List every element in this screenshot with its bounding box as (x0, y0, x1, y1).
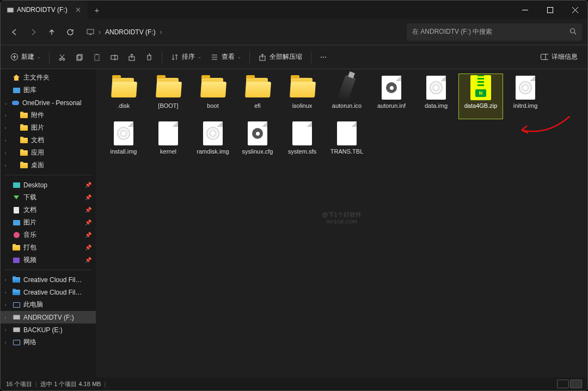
new-tab-button[interactable]: + (88, 1, 106, 19)
file-item[interactable]: autorun.inf (369, 74, 414, 119)
details-button[interactable]: 详细信息 (536, 50, 582, 65)
file-item[interactable]: system.sfs (280, 119, 324, 165)
file-item[interactable]: .disk (101, 74, 146, 119)
minimize-button[interactable] (512, 1, 537, 19)
cut-button[interactable] (54, 50, 70, 65)
sidebar-item[interactable]: 下载📌 (1, 191, 96, 204)
file-icon (155, 75, 182, 100)
maximize-button[interactable] (537, 1, 562, 19)
file-item[interactable]: [BOOT] (146, 74, 191, 119)
cloud-icon (11, 100, 19, 106)
chevron-right-icon[interactable]: › (3, 150, 8, 156)
file-item[interactable]: ramdisk.img (191, 119, 235, 165)
sidebar-item[interactable]: 音乐📌 (1, 229, 96, 241)
forward-button[interactable] (24, 23, 42, 41)
sort-button[interactable]: 排序 ⌵ (167, 50, 205, 65)
file-item[interactable]: autorun.ico (324, 74, 369, 119)
file-item[interactable]: syslinux.cfg (235, 119, 280, 165)
file-label: isolinux (291, 102, 314, 109)
breadcrumb-segment[interactable]: ANDROIDTV (F:) (105, 28, 156, 36)
extract-label: 全部解压缩 (270, 52, 302, 62)
address-bar[interactable]: › ANDROIDTV (F:) › (82, 23, 403, 41)
sidebar-item[interactable]: ›图片 (1, 121, 96, 134)
chevron-right-icon[interactable]: › (3, 315, 8, 320)
chevron-right-icon[interactable]: › (3, 163, 8, 168)
chevron-right-icon[interactable]: › (3, 125, 8, 131)
chevron-right-icon[interactable]: › (3, 302, 8, 308)
file-item[interactable]: data.img (414, 74, 458, 119)
file-icon (155, 121, 182, 146)
file-item[interactable]: initrd.img (503, 74, 548, 119)
file-item[interactable]: efi (235, 74, 280, 119)
divider (162, 51, 162, 63)
sidebar-item[interactable]: ›网络 (1, 336, 96, 349)
svg-rect-8 (77, 56, 81, 60)
file-icon (289, 121, 316, 146)
more-button[interactable]: ⋯ (316, 50, 331, 65)
chevron-right-icon: › (160, 28, 162, 36)
sidebar-item[interactable]: ›附件 (1, 109, 96, 121)
extract-all-button[interactable]: 全部解压缩 (254, 50, 307, 65)
file-item[interactable]: isolinux (280, 74, 324, 119)
sidebar-item-gallery[interactable]: 图库 (1, 84, 96, 96)
sidebar-item[interactable]: Desktop📌 (1, 179, 96, 191)
sidebar-item[interactable]: ›Creative Cloud Files Persona (1, 286, 96, 298)
plus-circle-icon (10, 53, 18, 61)
sidebar-item-home[interactable]: 主文件夹 (1, 71, 96, 84)
share-button[interactable] (124, 50, 140, 65)
sidebar-item[interactable]: ›文档 (1, 134, 96, 146)
sidebar-item[interactable]: ›应用 (1, 146, 96, 159)
delete-button[interactable] (141, 50, 157, 65)
cut-icon (58, 53, 66, 61)
pin-icon: 📌 (85, 257, 91, 263)
sidebar-label: Creative Cloud Files Persona (23, 289, 83, 296)
file-icon (244, 121, 271, 146)
sidebar-item[interactable]: ›桌面 (1, 159, 96, 172)
sidebar-label: 附件 (31, 111, 44, 120)
chevron-right-icon[interactable]: › (3, 327, 8, 333)
file-item[interactable]: boot (191, 74, 235, 119)
file-label: efi (253, 102, 262, 109)
sidebar-item[interactable]: 文档📌 (1, 204, 96, 216)
back-button[interactable] (6, 23, 23, 41)
view-button[interactable]: 查看 ⌵ (206, 50, 245, 65)
chevron-right-icon[interactable]: › (3, 340, 8, 345)
close-button[interactable] (562, 1, 587, 19)
chevron-down-icon: ⌵ (238, 54, 241, 59)
home-icon (13, 75, 20, 81)
file-label: [BOOT] (157, 102, 179, 109)
sidebar-item[interactable]: ›此电脑 (1, 298, 96, 311)
titlebar: ANDROIDTV (F:) + (1, 1, 587, 19)
file-item[interactable]: install.img (101, 119, 146, 165)
file-item[interactable]: TRANS.TBL (324, 119, 369, 165)
chevron-down-icon: ⌵ (38, 54, 40, 59)
up-button[interactable] (43, 23, 60, 41)
new-button[interactable]: 新建 ⌵ (6, 50, 45, 65)
sidebar-item[interactable]: 打包📌 (1, 241, 96, 254)
copy-button[interactable] (71, 50, 88, 65)
chevron-right-icon[interactable]: › (3, 138, 8, 143)
sidebar-item-onedrive[interactable]: ⌵ OneDrive - Personal (1, 96, 96, 109)
search-input[interactable]: 在 ANDROIDTV (F:) 中搜索 (407, 23, 582, 41)
file-item[interactable]: Ndata4GB.zip (458, 74, 503, 119)
grid-view-button[interactable] (570, 380, 582, 388)
rename-button[interactable] (106, 50, 122, 65)
close-icon[interactable] (76, 7, 81, 13)
sidebar-item[interactable]: ›ANDROIDTV (F:) (1, 311, 96, 323)
list-view-button[interactable] (557, 380, 569, 388)
sidebar-item[interactable]: 视频📌 (1, 254, 96, 266)
file-item[interactable]: kernel (146, 119, 191, 165)
chevron-right-icon[interactable]: › (3, 113, 8, 118)
chevron-right-icon: › (99, 28, 101, 36)
sidebar-item[interactable]: 图片📌 (1, 216, 96, 229)
window-tab[interactable]: ANDROIDTV (F:) (1, 1, 88, 19)
chevron-down-icon[interactable]: ⌵ (3, 100, 8, 106)
pin-icon: 📌 (85, 245, 91, 251)
chevron-right-icon[interactable]: › (3, 277, 8, 283)
sidebar-item[interactable]: ›Creative Cloud Files dragon (1, 273, 96, 286)
refresh-button[interactable] (62, 23, 79, 41)
paste-button[interactable] (89, 50, 105, 65)
sidebar-item[interactable]: ›BACKUP (E:) (1, 323, 96, 336)
chevron-right-icon[interactable]: › (3, 290, 8, 295)
file-list[interactable]: .disk[BOOT]bootefiisolinuxautorun.icoaut… (96, 69, 587, 377)
